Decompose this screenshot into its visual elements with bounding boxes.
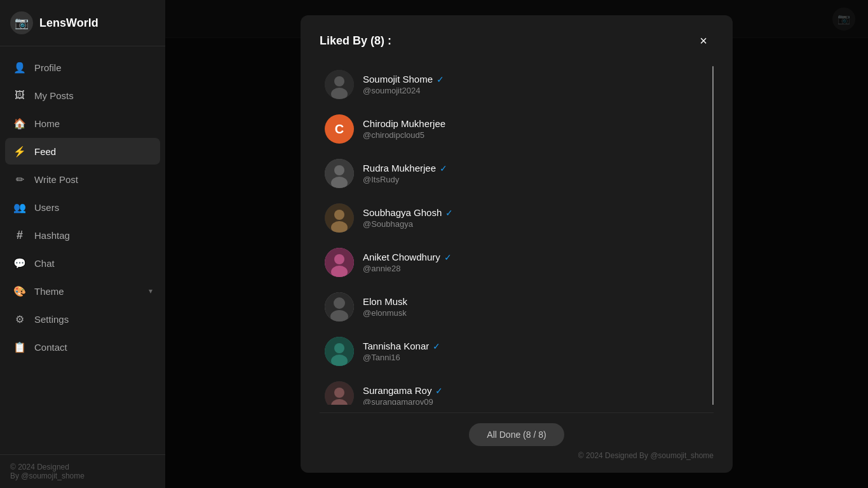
list-item[interactable]: Aniket Chowdhury ✓ @annie28: [320, 241, 700, 283]
sidebar-item-users[interactable]: 👥 Users: [5, 194, 160, 220]
contact-icon: 📋: [13, 340, 27, 354]
avatar: [325, 381, 354, 405]
nav-label-settings: Settings: [34, 314, 153, 325]
theme-icon: 🎨: [13, 284, 27, 298]
main-content: 📷 Liked By (8) : ×: [165, 0, 868, 488]
sidebar-item-chat[interactable]: 💬 Chat: [5, 250, 160, 276]
user-info: Rudra Mukherjee ✓ @ItsRudy: [363, 163, 447, 184]
sidebar-item-my-posts[interactable]: 🖼 My Posts: [5, 82, 160, 109]
nav-label-hashtag: Hashtag: [34, 230, 153, 241]
theme-chevron-icon: ▾: [149, 287, 153, 295]
hashtag-icon: #: [13, 228, 27, 242]
modal-body: Soumojit Shome ✓ @soumojit2024 C: [320, 64, 714, 405]
modal-title: Liked By (8) :: [320, 34, 391, 48]
avatar: [325, 159, 354, 188]
user-info: Elon Musk @elonmusk: [363, 296, 407, 318]
svg-point-1: [334, 76, 344, 86]
scrollbar-indicator: [712, 66, 714, 405]
verified-badge: ✓: [435, 386, 443, 396]
user-handle: @chirodipcloud5: [363, 130, 445, 140]
avatar-initial: C: [335, 122, 344, 137]
list-item[interactable]: Rudra Mukherjee ✓ @ItsRudy: [320, 152, 700, 194]
user-handle: @soumojit2024: [363, 86, 444, 95]
user-handle: @surangamaroy09: [363, 397, 443, 405]
verified-badge: ✓: [444, 252, 452, 262]
all-done-button[interactable]: All Done (8 / 8): [469, 423, 564, 446]
verified-badge: ✓: [440, 163, 447, 173]
svg-point-13: [334, 297, 345, 309]
nav-label-profile: Profile: [34, 62, 153, 73]
sidebar-item-settings[interactable]: ⚙ Settings: [5, 306, 160, 332]
sidebar-item-write-post[interactable]: ✏ Write Post: [5, 166, 160, 193]
sidebar-item-feed[interactable]: ⚡ Feed: [5, 138, 160, 165]
verified-badge: ✓: [433, 341, 440, 351]
sidebar-item-home[interactable]: 🏠 Home: [5, 110, 160, 137]
user-info: Surangama Roy ✓ @surangamaroy09: [363, 385, 443, 405]
list-item[interactable]: Elon Musk @elonmusk: [320, 286, 700, 328]
name-row: Soumojit Shome ✓: [363, 74, 444, 85]
svg-point-7: [334, 210, 344, 220]
list-item[interactable]: Tannisha Konar ✓ @Tanni16: [320, 330, 700, 372]
list-item[interactable]: C Chirodip Mukherjee @chirodipcloud5: [320, 108, 700, 150]
users-icon: 👥: [13, 200, 27, 214]
settings-icon: ⚙: [13, 312, 27, 326]
user-info: Chirodip Mukherjee @chirodipcloud5: [363, 118, 445, 140]
profile-icon: 👤: [13, 60, 27, 74]
user-info: Aniket Chowdhury ✓ @annie28: [363, 252, 452, 273]
modal-header: Liked By (8) : ×: [320, 30, 714, 51]
svg-point-19: [334, 388, 344, 398]
liked-users-list: Soumojit Shome ✓ @soumojit2024 C: [320, 64, 706, 405]
user-name: Surangama Roy: [363, 385, 431, 396]
user-handle: @ItsRudy: [363, 175, 447, 184]
nav-label-chat: Chat: [34, 258, 153, 269]
verified-badge: ✓: [437, 74, 444, 85]
modal-copyright: © 2024 Designed By @soumojit_shome: [320, 451, 714, 460]
verified-badge: ✓: [445, 208, 453, 218]
logo-icon: 📷: [10, 11, 33, 34]
svg-point-4: [334, 165, 344, 175]
sidebar-item-profile[interactable]: 👤 Profile: [5, 54, 160, 81]
nav-label-home: Home: [34, 118, 153, 129]
user-info: Tannisha Konar ✓ @Tanni16: [363, 341, 440, 362]
name-row: Soubhagya Ghosh ✓: [363, 207, 453, 218]
user-info: Soumojit Shome ✓ @soumojit2024: [363, 74, 444, 95]
name-row: Surangama Roy ✓: [363, 385, 443, 396]
user-handle: @annie28: [363, 264, 452, 273]
avatar: [325, 337, 354, 366]
sidebar-item-contact[interactable]: 📋 Contact: [5, 334, 160, 360]
chat-icon: 💬: [13, 256, 27, 270]
svg-point-10: [334, 254, 344, 264]
svg-point-16: [334, 343, 344, 353]
name-row: Elon Musk: [363, 296, 407, 307]
user-name: Rudra Mukherjee: [363, 163, 436, 173]
my-posts-icon: 🖼: [13, 88, 27, 102]
avatar: [325, 248, 354, 277]
sidebar-logo[interactable]: 📷 LensWorld: [0, 0, 165, 46]
user-info: Soubhagya Ghosh ✓ @Soubhagya: [363, 207, 453, 229]
nav-label-users: Users: [34, 202, 153, 213]
sidebar-footer: © 2024 DesignedBy @soumojit_shome: [0, 454, 165, 488]
avatar: [325, 70, 354, 99]
sidebar-nav: 👤 Profile 🖼 My Posts 🏠 Home ⚡ Feed ✏ Wri…: [0, 46, 165, 454]
liked-by-modal: Liked By (8) : ×: [301, 15, 733, 473]
list-item[interactable]: Soumojit Shome ✓ @soumojit2024: [320, 64, 700, 105]
sidebar-item-hashtag[interactable]: # Hashtag: [5, 222, 160, 248]
user-name: Soubhagya Ghosh: [363, 207, 442, 218]
user-handle: @Tanni16: [363, 353, 440, 362]
list-item[interactable]: Surangama Roy ✓ @surangamaroy09: [320, 375, 700, 405]
avatar: C: [325, 114, 354, 144]
sidebar: 📷 LensWorld 👤 Profile 🖼 My Posts 🏠 Home …: [0, 0, 165, 488]
nav-label-my-posts: My Posts: [34, 90, 153, 101]
user-name: Tannisha Konar: [363, 341, 429, 351]
avatar: [325, 203, 354, 233]
modal-overlay: Liked By (8) : ×: [165, 0, 868, 488]
write-post-icon: ✏: [13, 172, 27, 186]
user-name: Elon Musk: [363, 296, 407, 307]
list-item[interactable]: Soubhagya Ghosh ✓ @Soubhagya: [320, 197, 700, 239]
sidebar-item-theme[interactable]: 🎨 Theme ▾: [5, 278, 160, 304]
modal-close-button[interactable]: ×: [693, 30, 714, 51]
avatar: [325, 292, 354, 322]
user-handle: @elonmusk: [363, 308, 407, 318]
name-row: Tannisha Konar ✓: [363, 341, 440, 351]
user-name: Soumojit Shome: [363, 74, 433, 85]
